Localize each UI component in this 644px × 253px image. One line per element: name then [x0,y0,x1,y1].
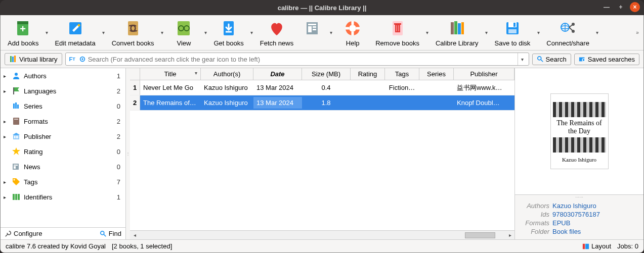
sidebar-item-tags[interactable]: ▸Tags7 [1,174,125,189]
sidebar-item-publisher[interactable]: ▸Publisher2 [1,129,125,144]
virtual-library-button[interactable]: Virtual library [5,53,62,65]
toolbar-overflow[interactable]: » [634,17,640,48]
get-books-dropdown[interactable]: ▾ [249,17,255,48]
layout-button[interactable]: Layout [582,242,611,250]
window-controls: — + × [602,2,640,12]
ft-icon[interactable]: FT [68,55,77,64]
cell-rating [351,101,385,105]
convert-books-dropdown[interactable]: ▾ [159,17,165,48]
connect-share-dropdown[interactable]: ▾ [594,17,600,48]
search-button[interactable]: Search [532,54,571,65]
sidebar-item-count: 1 [117,72,122,80]
books-icon [9,55,17,63]
header-date[interactable]: Date [253,68,302,80]
svg-rect-48 [13,87,14,94]
connect-share-icon [558,18,578,38]
cover-author: Kazuo Ishiguro [562,157,596,163]
close-button[interactable]: × [630,2,640,12]
header-tags[interactable]: Tags [385,68,419,80]
maximize-button[interactable]: + [616,2,626,12]
edit-metadata-dropdown[interactable]: ▾ [101,17,107,48]
cover-area[interactable]: The Remains of the Day Kazuo Ishiguro [515,68,643,195]
meta-folder-link[interactable]: Book files [552,228,581,235]
svg-rect-19 [395,24,400,32]
help-button[interactable]: Help [335,17,370,48]
cell-size: 0.4 [302,82,351,93]
view-dropdown[interactable]: ▾ [202,17,208,48]
cell-publisher: 益书网www.k… [454,81,514,94]
table-body[interactable]: 1Never Let Me GoKazuo Ishiguro13 Mar 202… [130,80,514,230]
svg-rect-63 [15,194,17,200]
search-input[interactable] [88,56,518,63]
scroll-right-icon[interactable]: ▸ [505,232,514,238]
remove-books-button[interactable]: Remove books [371,17,423,48]
layout-icon [582,243,589,250]
scroll-left-icon[interactable]: ◂ [130,232,139,238]
sidebar-item-rating[interactable]: Rating0 [1,144,125,159]
sidebar-item-label: Rating [24,148,114,156]
fetch-news-dropdown[interactable]: ▾ [328,17,334,48]
sidebar-item-identifiers[interactable]: ▸Identifiers1 [1,189,125,205]
view-button[interactable]: View [166,17,201,48]
header-size[interactable]: Size (MB) [302,68,351,80]
find-button[interactable]: Find [100,230,121,237]
wrench-icon [5,230,12,237]
jobs-status[interactable]: Jobs: 0 [617,242,638,250]
saved-searches-button[interactable]: Saved searches [574,54,639,65]
save-to-disk-dropdown[interactable]: ▾ [535,17,541,48]
book-cover: The Remains of the Day Kazuo Ishiguro [550,93,609,169]
table-row[interactable]: 1Never Let Me GoKazuo Ishiguro13 Mar 202… [130,80,514,95]
sidebar-item-series[interactable]: Series0 [1,98,125,114]
edit-metadata-button[interactable]: Edit metadata [51,17,99,48]
sidebar-item-count: 2 [117,118,122,125]
saved-searches-label: Saved searches [588,56,635,63]
fetch-news-button[interactable]: Fetch news [256,17,297,48]
svg-rect-64 [18,194,20,200]
svg-rect-51 [17,105,19,109]
header-rating[interactable]: Rating [351,68,385,80]
meta-ids-link[interactable]: 9780307576187 [552,211,600,218]
magnifier-small-icon [100,230,107,237]
header-series[interactable]: Series [419,68,454,80]
remove-books-dropdown[interactable]: ▾ [424,17,431,48]
sidebar-item-label: Languages [24,87,114,95]
newspaper-button[interactable] [298,17,327,48]
meta-authors-link[interactable]: Kazuo Ishiguro [552,202,596,210]
expand-icon: ▸ [4,88,9,94]
sidebar-item-news[interactable]: News0 [1,159,125,174]
meta-formats-link[interactable]: EPUB [552,219,570,227]
header-title[interactable]: Title [140,68,201,80]
sidebar-item-authors[interactable]: ▸Authors1 [1,68,125,83]
id-icon [12,192,21,201]
horizontal-scrollbar[interactable]: ◂ ▸ [130,230,514,239]
get-books-icon [219,18,239,38]
sidebar-item-languages[interactable]: ▸Languages2 [1,83,125,98]
main-area: ▸Authors1▸Languages2Series0▸Formats2▸Pub… [1,68,643,239]
table-row[interactable]: 2The Remains of…Kazuo Ishiguro13 Mar 202… [130,95,514,111]
scroll-thumb[interactable] [465,232,495,238]
svg-rect-57 [17,136,18,138]
configure-button[interactable]: Configure [5,230,42,237]
get-books-button[interactable]: Get books [209,17,247,48]
sidebar-item-label: Formats [24,118,114,125]
header-publisher[interactable]: Publisher [454,68,514,80]
add-books-dropdown[interactable]: ▾ [44,17,50,48]
save-to-disk-button[interactable]: Save to disk [491,17,535,48]
splitter-sidebar[interactable]: ⋮ [126,68,130,239]
sidebar-item-label: Tags [24,178,114,186]
sidebar-item-formats[interactable]: ▸Formats2 [1,114,125,129]
splitter-details[interactable]: ⋯⋯ [515,195,643,199]
header-authors[interactable]: Author(s) [201,68,253,80]
convert-books-button[interactable]: Convert books [108,17,158,48]
search-history-dropdown[interactable]: ▾ [518,53,527,65]
sidebar-item-label: Authors [24,72,114,80]
cell-authors: Kazuo Ishiguro [201,82,253,93]
minimize-button[interactable]: — [602,2,612,12]
add-books-button[interactable]: + Add books [4,17,42,48]
tag-browser-list[interactable]: ▸Authors1▸Languages2Series0▸Formats2▸Pub… [1,68,125,227]
calibre-library-dropdown[interactable]: ▾ [484,17,490,48]
gear-icon[interactable] [78,55,87,64]
calibre-library-button[interactable]: Calibre Library [432,17,483,48]
connect-share-button[interactable]: Connect/share [542,17,593,48]
table-header: Title Author(s) Date Size (MB) Rating Ta… [130,68,514,80]
